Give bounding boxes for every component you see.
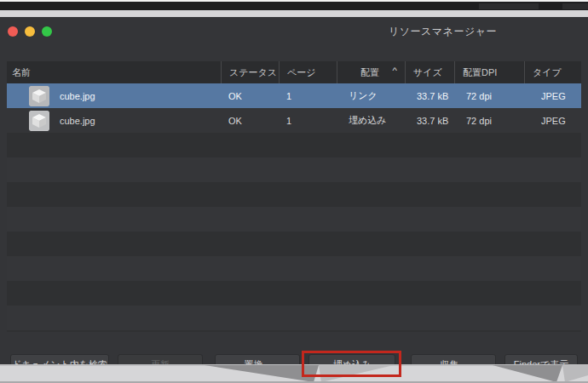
column-header-label: タイプ [533,66,562,79]
dpi-cell: 72 dpi [454,83,524,108]
table-row[interactable]: cube.jpg OK 1 埋め込み 33.7 kB 72 dpi JPEG [7,108,581,133]
page-cell: 1 [279,83,337,108]
cube-thumbnail [29,111,49,131]
column-header-placement[interactable]: 配置 ^ [337,61,405,83]
column-header-type[interactable]: タイプ [524,61,581,83]
resource-filename: cube.jpg [60,116,95,126]
background-cube-shapes [0,364,588,383]
size-cell: 33.7 kB [405,83,454,108]
empty-list-area [7,133,581,332]
table-header-row: 名前 ステータス ページ 配置 ^ サイズ 配置DPI タイプ [7,61,581,83]
size-cell: 33.7 kB [405,108,454,133]
dialog-titlebar[interactable]: リソースマネージャー [0,17,588,44]
column-header-label: ページ [287,66,316,79]
resource-manager-dialog: リソースマネージャー 名前 ステータス ページ 配置 ^ サイズ 配置DPI タ… [0,17,588,364]
close-window-button[interactable] [8,26,18,37]
page-cell: 1 [279,108,337,133]
menu-bar-item-glint [562,3,588,9]
resource-name-cell: cube.jpg [7,108,221,133]
zoom-window-button[interactable] [42,26,52,37]
menu-bar-item-glint [479,3,539,9]
cube-thumbnail [29,86,49,106]
table-row[interactable]: cube.jpg OK 1 リンク 33.7 kB 72 dpi JPEG [7,83,581,108]
column-header-status[interactable]: ステータス [221,61,279,83]
column-header-label: 名前 [12,66,31,79]
status-cell: OK [221,108,279,133]
type-cell: JPEG [524,108,581,133]
column-header-name[interactable]: 名前 [7,61,221,83]
resource-table: 名前 ステータス ページ 配置 ^ サイズ 配置DPI タイプ [7,61,581,332]
type-cell: JPEG [524,83,581,108]
column-header-label: 配置 [360,66,379,79]
column-header-label: ステータス [229,66,277,79]
column-header-dpi[interactable]: 配置DPI [454,61,524,83]
placement-cell: リンク [337,83,405,108]
menu-bar [0,2,588,10]
document-canvas-top [0,10,588,17]
resource-filename: cube.jpg [60,91,95,101]
placement-cell: 埋め込み [337,108,405,133]
screenshot-root: リソースマネージャー 名前 ステータス ページ 配置 ^ サイズ 配置DPI タ… [0,0,588,383]
sort-ascending-icon: ^ [392,66,397,74]
status-cell: OK [221,83,279,108]
column-header-size[interactable]: サイズ [405,61,454,83]
dpi-cell: 72 dpi [454,108,524,133]
column-header-label: サイズ [413,66,442,79]
document-canvas-bottom [0,364,588,383]
minimize-window-button[interactable] [25,26,35,37]
resource-name-cell: cube.jpg [7,83,221,108]
column-header-page[interactable]: ページ [279,61,337,83]
window-title: リソースマネージャー [389,25,497,39]
column-header-label: 配置DPI [463,66,497,79]
